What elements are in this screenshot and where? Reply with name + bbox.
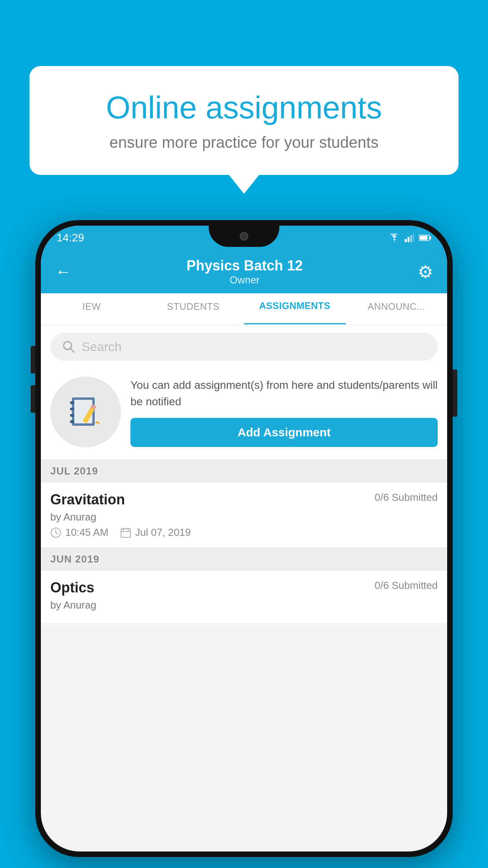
month-header-jul: JUL 2019 bbox=[41, 460, 447, 483]
assignment-by-optics: by Anurag bbox=[50, 599, 438, 611]
speech-bubble: Online assignments ensure more practice … bbox=[29, 66, 459, 175]
app-bar-subtitle: Owner bbox=[186, 274, 303, 286]
promo-section: You can add assignment(s) from here and … bbox=[41, 369, 447, 460]
assignment-title-optics: Optics bbox=[50, 579, 94, 596]
search-icon bbox=[62, 340, 75, 353]
power-button[interactable] bbox=[453, 370, 457, 417]
assignment-item-gravitation[interactable]: Gravitation 0/6 Submitted by Anurag 10:4… bbox=[41, 483, 447, 548]
search-placeholder: Search bbox=[82, 340, 121, 354]
content-area: Search bbox=[41, 325, 447, 623]
assignment-submitted: 0/6 Submitted bbox=[375, 491, 438, 504]
assignment-date-text: Jul 07, 2019 bbox=[135, 526, 191, 539]
svg-line-20 bbox=[56, 533, 58, 534]
svg-rect-3 bbox=[413, 234, 414, 242]
phone: 14:29 bbox=[35, 220, 453, 857]
app-bar-title-block: Physics Batch 12 Owner bbox=[186, 257, 303, 286]
svg-rect-6 bbox=[420, 236, 427, 240]
signal-icon bbox=[405, 234, 414, 242]
svg-line-8 bbox=[70, 348, 74, 352]
svg-rect-11 bbox=[70, 408, 75, 410]
calendar-icon bbox=[120, 527, 131, 538]
assignment-time: 10:45 AM bbox=[50, 526, 108, 539]
tab-announcements[interactable]: ANNOUNC... bbox=[346, 293, 448, 324]
assignment-meta: 10:45 AM Jul 07, 2019 bbox=[50, 526, 438, 539]
assignment-header-optics: Optics 0/6 Submitted bbox=[50, 579, 438, 596]
wifi-icon bbox=[389, 234, 400, 242]
assignment-time-text: 10:45 AM bbox=[65, 526, 108, 539]
promo-icon-circle bbox=[50, 377, 121, 447]
tab-iew[interactable]: IEW bbox=[41, 293, 143, 324]
assignment-date: Jul 07, 2019 bbox=[120, 526, 191, 539]
svg-rect-13 bbox=[70, 420, 75, 423]
app-bar: ← Physics Batch 12 Owner ⚙ bbox=[41, 250, 447, 293]
speech-bubble-subtitle: ensure more practice for your students bbox=[61, 134, 427, 151]
assignment-header: Gravitation 0/6 Submitted bbox=[50, 491, 438, 508]
camera bbox=[240, 232, 248, 241]
volume-down-button[interactable] bbox=[31, 385, 35, 413]
svg-rect-1 bbox=[407, 237, 409, 242]
svg-rect-5 bbox=[429, 236, 431, 239]
status-icons bbox=[389, 234, 431, 242]
status-bar: 14:29 bbox=[41, 226, 447, 250]
back-button[interactable]: ← bbox=[55, 262, 72, 281]
search-bar[interactable]: Search bbox=[50, 333, 438, 361]
assignment-submitted-optics: 0/6 Submitted bbox=[375, 579, 438, 592]
app-bar-title: Physics Batch 12 bbox=[186, 257, 303, 274]
promo-description: You can add assignment(s) from here and … bbox=[130, 377, 438, 410]
status-time: 14:29 bbox=[57, 232, 84, 244]
svg-marker-16 bbox=[95, 421, 100, 424]
svg-rect-0 bbox=[405, 239, 407, 242]
notebook-icon bbox=[68, 394, 103, 430]
tab-students[interactable]: STUDENTS bbox=[143, 293, 244, 324]
assignment-by: by Anurag bbox=[50, 511, 438, 523]
speech-bubble-title: Online assignments bbox=[61, 90, 427, 126]
add-assignment-button[interactable]: Add Assignment bbox=[130, 418, 438, 447]
svg-rect-10 bbox=[70, 401, 75, 404]
clock-icon bbox=[50, 527, 61, 538]
promo-right: You can add assignment(s) from here and … bbox=[130, 377, 438, 447]
assignment-item-optics[interactable]: Optics 0/6 Submitted by Anurag bbox=[41, 571, 447, 623]
assignment-title: Gravitation bbox=[50, 491, 125, 508]
svg-rect-12 bbox=[70, 414, 75, 417]
tabs: IEW STUDENTS ASSIGNMENTS ANNOUNC... bbox=[41, 293, 447, 325]
notch bbox=[209, 226, 279, 247]
svg-rect-21 bbox=[121, 529, 130, 537]
volume-up-button[interactable] bbox=[31, 346, 35, 373]
battery-icon bbox=[419, 234, 431, 241]
month-header-jun: JUN 2019 bbox=[41, 548, 447, 571]
tab-assignments[interactable]: ASSIGNMENTS bbox=[244, 293, 346, 324]
phone-screen: 14:29 bbox=[41, 226, 447, 851]
svg-rect-2 bbox=[410, 235, 412, 242]
settings-icon[interactable]: ⚙ bbox=[418, 262, 433, 282]
